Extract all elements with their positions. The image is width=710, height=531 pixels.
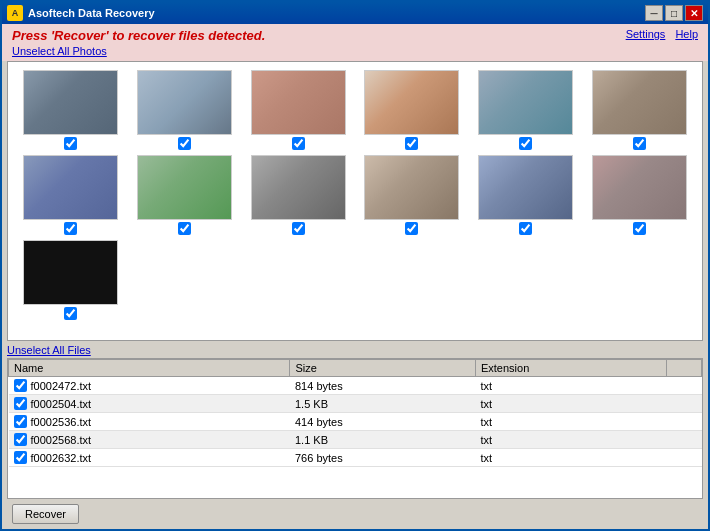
table-row: f0002536.txt414 bytestxt: [9, 413, 702, 431]
file-extension: txt: [475, 377, 666, 395]
file-checkbox[interactable]: [14, 415, 27, 428]
window-title: Asoftech Data Recovery: [28, 7, 155, 19]
photo-item: [585, 70, 694, 150]
help-link[interactable]: Help: [675, 28, 698, 40]
photo-checkbox[interactable]: [178, 137, 191, 150]
files-table-container[interactable]: Name Size Extension f0002472.txt814 byte…: [7, 358, 703, 499]
file-checkbox[interactable]: [14, 433, 27, 446]
close-button[interactable]: ✕: [685, 5, 703, 21]
table-header-row: Name Size Extension: [9, 360, 702, 377]
photo-thumbnail: [364, 155, 459, 220]
file-extra: [666, 449, 701, 467]
photo-thumbnail: [251, 70, 346, 135]
titlebar-buttons: ─ □ ✕: [645, 5, 703, 21]
photo-checkbox[interactable]: [64, 222, 77, 235]
col-extension: Extension: [475, 360, 666, 377]
file-size: 814 bytes: [290, 377, 475, 395]
photo-item: [16, 70, 125, 150]
photo-checkbox[interactable]: [633, 137, 646, 150]
file-name-cell: f0002504.txt: [9, 395, 290, 413]
col-name: Name: [9, 360, 290, 377]
file-extra: [666, 413, 701, 431]
files-section: Unselect All Files Name Size Extension f…: [7, 341, 703, 499]
file-name: f0002632.txt: [31, 452, 92, 464]
table-row: f0002504.txt1.5 KBtxt: [9, 395, 702, 413]
photo-checkbox[interactable]: [405, 222, 418, 235]
photo-item: [16, 155, 125, 235]
table-row: f0002568.txt1.1 KBtxt: [9, 431, 702, 449]
photo-thumbnail: [592, 70, 687, 135]
prompt-text: Press 'Recover' to recover files detecte…: [12, 28, 265, 43]
photo-thumbnail: [137, 155, 232, 220]
file-name: f0002536.txt: [31, 416, 92, 428]
maximize-button[interactable]: □: [665, 5, 683, 21]
file-extra: [666, 395, 701, 413]
photo-thumbnail: [478, 70, 573, 135]
photo-item: [358, 70, 467, 150]
photo-thumbnail: [23, 155, 118, 220]
col-size: Size: [290, 360, 475, 377]
photo-checkbox[interactable]: [519, 222, 532, 235]
bottom-bar: Recover: [2, 499, 708, 529]
file-checkbox[interactable]: [14, 379, 27, 392]
file-size: 1.1 KB: [290, 431, 475, 449]
file-size: 414 bytes: [290, 413, 475, 431]
top-bar-right: Settings Help: [626, 28, 698, 40]
file-checkbox[interactable]: [14, 397, 27, 410]
photo-checkbox[interactable]: [633, 222, 646, 235]
recover-button[interactable]: Recover: [12, 504, 79, 524]
photo-thumbnail: [592, 155, 687, 220]
photo-thumbnail: [364, 70, 459, 135]
photo-item: [471, 155, 580, 235]
table-row: f0002472.txt814 bytestxt: [9, 377, 702, 395]
file-extension: txt: [475, 449, 666, 467]
photo-checkbox[interactable]: [292, 222, 305, 235]
col-extra: [666, 360, 701, 377]
photo-item: [244, 70, 353, 150]
photo-checkbox[interactable]: [519, 137, 532, 150]
app-icon: A: [7, 5, 23, 21]
settings-link[interactable]: Settings: [626, 28, 666, 40]
main-window: A Asoftech Data Recovery ─ □ ✕ Press 'Re…: [0, 0, 710, 531]
files-table: Name Size Extension f0002472.txt814 byte…: [8, 359, 702, 467]
photo-item: [244, 155, 353, 235]
photo-item: [130, 155, 239, 235]
file-name-cell: f0002568.txt: [9, 431, 290, 449]
file-extra: [666, 377, 701, 395]
top-bar-left: Press 'Recover' to recover files detecte…: [12, 28, 265, 57]
file-checkbox[interactable]: [14, 451, 27, 464]
file-name: f0002472.txt: [31, 380, 92, 392]
photo-item: [471, 70, 580, 150]
unselect-all-photos-link[interactable]: Unselect All Photos: [12, 45, 107, 57]
photo-item: [358, 155, 467, 235]
file-name-cell: f0002632.txt: [9, 449, 290, 467]
table-row: f0002632.txt766 bytestxt: [9, 449, 702, 467]
file-extension: txt: [475, 413, 666, 431]
photo-checkbox[interactable]: [405, 137, 418, 150]
photos-section[interactable]: [7, 61, 703, 341]
file-name: f0002504.txt: [31, 398, 92, 410]
file-size: 1.5 KB: [290, 395, 475, 413]
photo-thumbnail: [23, 240, 118, 305]
file-extra: [666, 431, 701, 449]
top-bar: Press 'Recover' to recover files detecte…: [2, 24, 708, 61]
photo-thumbnail: [137, 70, 232, 135]
photo-checkbox[interactable]: [64, 137, 77, 150]
photo-item: [16, 240, 125, 320]
photo-checkbox[interactable]: [292, 137, 305, 150]
photo-checkbox[interactable]: [64, 307, 77, 320]
content-area: Press 'Recover' to recover files detecte…: [2, 24, 708, 529]
file-name-cell: f0002472.txt: [9, 377, 290, 395]
photo-thumbnail: [478, 155, 573, 220]
file-extension: txt: [475, 395, 666, 413]
photo-checkbox[interactable]: [178, 222, 191, 235]
file-name-cell: f0002536.txt: [9, 413, 290, 431]
photo-item: [585, 155, 694, 235]
unselect-all-files-link[interactable]: Unselect All Files: [7, 341, 703, 358]
file-extension: txt: [475, 431, 666, 449]
photo-item: [130, 70, 239, 150]
minimize-button[interactable]: ─: [645, 5, 663, 21]
photo-thumbnail: [23, 70, 118, 135]
file-size: 766 bytes: [290, 449, 475, 467]
file-name: f0002568.txt: [31, 434, 92, 446]
